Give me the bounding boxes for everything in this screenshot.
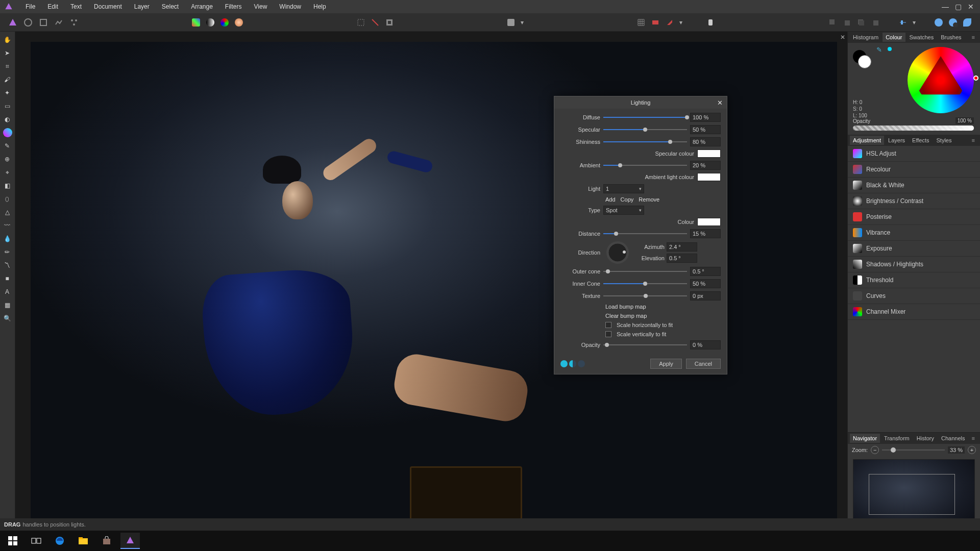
specular-colour-swatch[interactable] bbox=[697, 149, 721, 158]
load-bump-button[interactable]: Load bump map bbox=[605, 304, 646, 310]
maximize-icon[interactable]: ▢ bbox=[955, 3, 962, 11]
type-select[interactable]: Spot bbox=[603, 206, 644, 215]
menu-text[interactable]: Text bbox=[64, 1, 88, 12]
marquee-tool-icon[interactable]: ▭ bbox=[1, 100, 13, 112]
panel-menu-icon[interactable]: ≡ bbox=[970, 137, 978, 143]
diffuse-value[interactable]: 100 % bbox=[690, 113, 721, 122]
pencil-tool-icon[interactable]: ✏ bbox=[1, 246, 13, 258]
preview-mode-icons[interactable] bbox=[560, 360, 585, 367]
ambient-slider[interactable] bbox=[603, 162, 687, 168]
opacity-value[interactable]: 100 % bbox=[955, 117, 974, 124]
file-explorer-icon[interactable] bbox=[74, 533, 93, 549]
specular-slider[interactable] bbox=[603, 127, 687, 133]
persona-liquify-icon[interactable] bbox=[21, 16, 35, 29]
zoom-tool-icon[interactable]: 🔍 bbox=[1, 312, 13, 324]
adjustment-item[interactable]: Channel Mixer bbox=[848, 304, 980, 320]
colour-wheel[interactable] bbox=[908, 47, 974, 113]
scale-v-checkbox[interactable] bbox=[605, 331, 611, 337]
text-tool-icon[interactable]: A bbox=[1, 286, 13, 298]
azimuth-value[interactable]: 2.4 ° bbox=[667, 242, 697, 252]
tab-effects[interactable]: Effects bbox=[909, 136, 932, 145]
color-profile-icon[interactable] bbox=[204, 16, 217, 29]
outer-cone-value[interactable]: 0.5 ° bbox=[690, 267, 721, 276]
elevation-value[interactable]: 0.5 ° bbox=[667, 254, 697, 263]
selection-brush-tool-icon[interactable]: ⬯ bbox=[1, 193, 13, 205]
distance-slider[interactable] bbox=[603, 231, 687, 237]
crop-tool-icon[interactable]: ⌗ bbox=[1, 60, 13, 72]
menu-edit[interactable]: Edit bbox=[41, 1, 64, 12]
persona-develop-icon[interactable] bbox=[37, 16, 50, 29]
shape-tool-icon[interactable]: ■ bbox=[1, 272, 13, 285]
color-soft-proof-icon[interactable] bbox=[232, 16, 246, 29]
persona-photo-icon[interactable] bbox=[6, 16, 19, 29]
menu-filters[interactable]: Filters bbox=[219, 1, 248, 12]
adjustment-item[interactable]: Black & White bbox=[848, 178, 980, 193]
zoom-out-button[interactable]: − bbox=[871, 446, 879, 454]
boolean-subtract-icon[interactable] bbox=[946, 16, 960, 29]
cancel-button[interactable]: Cancel bbox=[686, 359, 721, 369]
close-document-icon[interactable]: ✕ bbox=[840, 34, 845, 41]
close-icon[interactable]: ✕ bbox=[968, 3, 974, 11]
menu-file[interactable]: File bbox=[19, 1, 41, 12]
pen-tool-icon[interactable]: ✎ bbox=[1, 140, 13, 152]
adjustment-item[interactable]: Curves bbox=[848, 288, 980, 304]
outer-cone-slider[interactable] bbox=[603, 268, 687, 274]
light-add-button[interactable]: Add bbox=[605, 196, 616, 203]
selection-invert-icon[interactable] bbox=[383, 16, 396, 29]
opacity-slider[interactable] bbox=[853, 126, 974, 131]
store-icon[interactable] bbox=[97, 533, 116, 549]
edge-browser-icon[interactable] bbox=[50, 533, 69, 549]
inner-cone-slider[interactable] bbox=[603, 281, 687, 287]
dialog-close-icon[interactable]: ✕ bbox=[717, 99, 723, 107]
colour-picker-dot-icon[interactable] bbox=[888, 47, 892, 51]
snap-toggle-icon[interactable] bbox=[649, 16, 662, 29]
selection-deselect-icon[interactable] bbox=[369, 16, 382, 29]
adjustment-item[interactable]: Shadows / Highlights bbox=[848, 257, 980, 272]
menu-layer[interactable]: Layer bbox=[128, 1, 156, 12]
shininess-slider[interactable] bbox=[603, 139, 687, 145]
gradient-tool-icon[interactable] bbox=[3, 128, 12, 137]
lighting-dialog[interactable]: Lighting ✕ Diffuse100 % Specular50 % Shi… bbox=[554, 96, 727, 374]
persona-export-icon[interactable] bbox=[67, 16, 81, 29]
light-remove-button[interactable]: Remove bbox=[639, 196, 659, 203]
force-pixel-icon[interactable] bbox=[663, 16, 676, 29]
arrange-backward-icon[interactable] bbox=[840, 16, 853, 29]
dodge-tool-icon[interactable]: ✦ bbox=[1, 87, 13, 99]
blur-tool-icon[interactable]: 💧 bbox=[1, 233, 13, 245]
adjustment-item[interactable]: HSL Adjust bbox=[848, 146, 980, 162]
texture-slider[interactable] bbox=[603, 293, 687, 299]
dropdown-icon[interactable]: ▾ bbox=[911, 16, 918, 29]
specular-value[interactable]: 50 % bbox=[690, 125, 721, 134]
clear-bump-button[interactable]: Clear bump map bbox=[605, 313, 647, 319]
move-tool-icon[interactable]: ➤ bbox=[1, 47, 13, 59]
panel-menu-icon[interactable]: ≡ bbox=[970, 435, 978, 441]
tab-histogram[interactable]: Histogram bbox=[850, 33, 881, 42]
color-rgb-icon[interactable] bbox=[218, 16, 231, 29]
tab-history[interactable]: History bbox=[914, 434, 937, 443]
dlg-opacity-value[interactable]: 0 % bbox=[690, 340, 721, 349]
zoom-value[interactable]: 33 % bbox=[948, 446, 965, 454]
snap-grid-icon[interactable] bbox=[634, 16, 648, 29]
apply-button[interactable]: Apply bbox=[650, 359, 682, 369]
quick-mask-icon[interactable] bbox=[504, 16, 518, 29]
arrange-back-icon[interactable] bbox=[826, 16, 839, 29]
tab-channels[interactable]: Channels bbox=[938, 434, 968, 443]
menu-select[interactable]: Select bbox=[156, 1, 185, 12]
tab-swatches[interactable]: Swatches bbox=[906, 33, 937, 42]
vector-brush-tool-icon[interactable]: 〽 bbox=[1, 259, 13, 271]
lighting-handles[interactable] bbox=[31, 42, 184, 118]
adjustment-item[interactable]: Vibrance bbox=[848, 225, 980, 241]
adjustment-item[interactable]: Recolour bbox=[848, 162, 980, 178]
light-select[interactable]: 1 bbox=[603, 184, 644, 193]
tab-colour[interactable]: Colour bbox=[883, 33, 905, 42]
tab-styles[interactable]: Styles bbox=[934, 136, 955, 145]
dialog-titlebar[interactable]: Lighting ✕ bbox=[554, 96, 727, 109]
boolean-add-icon[interactable] bbox=[932, 16, 945, 29]
colour-wheel-handle[interactable] bbox=[973, 76, 978, 81]
adjustment-item[interactable]: Exposure bbox=[848, 241, 980, 257]
assistant-icon[interactable] bbox=[704, 16, 717, 29]
scale-h-checkbox[interactable] bbox=[605, 322, 611, 328]
arrange-forward-icon[interactable] bbox=[854, 16, 868, 29]
sharpen-tool-icon[interactable]: △ bbox=[1, 206, 13, 218]
flood-tool-icon[interactable]: ◐ bbox=[1, 113, 13, 126]
